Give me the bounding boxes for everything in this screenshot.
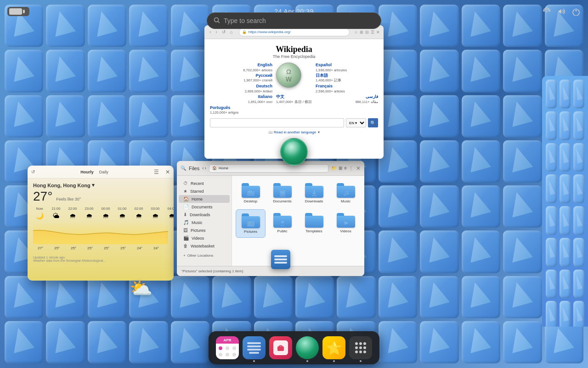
partial-tile [546, 174, 557, 203]
fm-sidebar-music[interactable]: 🎵 Music [179, 218, 230, 226]
weather-close-btn[interactable]: ✕ [165, 169, 170, 175]
documents-icon: 📄 [183, 204, 189, 209]
fm-sidebar-downloads[interactable]: ⬇ Downloads [179, 211, 230, 218]
dock-item-calendar[interactable]: APR [216, 336, 239, 359]
fm-new-folder-btn[interactable]: 📁 [331, 166, 337, 171]
wiki-lang-english[interactable]: English 6,702,000+ articles [210, 63, 272, 72]
dock-item-appgrid[interactable] [349, 336, 372, 359]
dock-item-globe[interactable] [296, 336, 319, 359]
desktop-area: ‹ › ↺ ⌂ 🔒 https://www.wikipedia.org/ ☆ ⊞… [0, 23, 588, 327]
wiki-read-link[interactable]: 📖 Read in another language [268, 130, 316, 134]
fm-item-desktop[interactable]: Desktop [236, 179, 266, 207]
dock-item-software[interactable] [269, 336, 292, 359]
videos-icon: 🎬 [183, 236, 189, 241]
dock-grid-dot [363, 342, 366, 345]
fm-item-videos[interactable]: Videos [331, 209, 361, 238]
fm-search-icon[interactable]: 🔍 [181, 166, 186, 171]
partial-tile [546, 143, 557, 172]
weather-tab-hourly[interactable]: Hourly [80, 170, 94, 174]
dock-cal-dot [219, 353, 222, 356]
fm-sidebar-home-label: Home [192, 197, 203, 201]
search-bar[interactable]: Type to search [207, 12, 381, 29]
weather-content: Hong Kong, Hong Kong ▾ 27° Feels like 30… [28, 178, 174, 254]
weather-footer: Updated 1 minute ago. Weather data from … [28, 254, 174, 264]
weather-hour-23: 23:00 🌧 [83, 207, 96, 219]
wiki-lang-french[interactable]: Français 2,596,000+ articles [316, 84, 378, 93]
fm-mini-icon[interactable] [271, 250, 290, 269]
dock-grid-dot [359, 342, 362, 345]
fm-sidebar-videos[interactable]: 🎬 Videos [179, 234, 230, 242]
weather-chart [33, 221, 168, 244]
fm-url-bar[interactable]: 🏠 Home [209, 164, 328, 172]
fm-sidebar-documents[interactable]: 📄 Documents [179, 203, 230, 211]
fm-sidebar-pictures[interactable]: 🖼 Pictures [179, 226, 230, 234]
partial-tile [546, 206, 557, 235]
weather-refresh-btn[interactable]: ↺ [31, 169, 35, 174]
fm-more-btn[interactable]: ⋮ [349, 166, 353, 171]
fm-back-btn[interactable]: ‹ [202, 166, 204, 171]
fm-sidebar-starred-label: Starred [190, 189, 204, 194]
fm-mini-line-3 [274, 262, 287, 264]
fm-item-documents[interactable]: Documents [267, 179, 297, 207]
partial-tile [546, 270, 557, 299]
wallpaper-tile [545, 321, 583, 363]
fm-sidebar-add[interactable]: + Other Locations [177, 252, 232, 259]
wiki-search-button[interactable]: 🔍 [368, 118, 378, 127]
fm-view-list-btn[interactable]: ≡ [344, 166, 347, 171]
wiki-globe [276, 63, 301, 88]
weather-hour-now: Now 🌙 [33, 207, 46, 219]
wiki-lang-japanese[interactable]: 日本語 1,406,000+ 記事 [316, 73, 378, 83]
partial-tile [546, 80, 557, 109]
fm-files-label: Files [189, 166, 199, 171]
fm-sidebar-wastebasket[interactable]: 🗑 Wastebasket [179, 242, 230, 250]
wallpaper-tile [503, 321, 542, 363]
dock-item-notes[interactable] [243, 336, 266, 359]
fm-item-pictures[interactable]: Pictures [236, 209, 266, 238]
dock-grid-icon [355, 342, 366, 353]
weather-feels-like: Feels like 30° [56, 197, 81, 201]
dock-cal-dot [232, 353, 236, 356]
wallpaper-tile [462, 321, 500, 363]
wiki-lang-farsi[interactable]: فارسی 986,111+ مقاله [316, 94, 378, 104]
wiki-lang-espanol[interactable]: Español 1,936,000+ artículos [316, 63, 378, 72]
dock-grid-dot [359, 346, 362, 349]
fm-sidebar-home[interactable]: 🏠 Home [179, 195, 230, 203]
fm-sidebar-starred[interactable]: ★ Starred [179, 187, 230, 195]
weather-temp-row: 27° Feels like 30° [33, 189, 168, 204]
fm-item-public[interactable]: Public [267, 209, 297, 238]
weather-menu-btn[interactable]: ☰ [154, 169, 159, 175]
dock-item-weather[interactable]: ⭐ [322, 336, 345, 359]
home-icon: 🏠 [183, 196, 189, 201]
fm-item-videos-label: Videos [340, 229, 351, 234]
wallpaper-tile [420, 321, 458, 363]
fm-item-downloads[interactable]: Downloads [299, 179, 329, 207]
fm-item-music[interactable]: Music [331, 179, 361, 207]
fm-item-pictures-label: Pictures [244, 230, 257, 234]
fm-item-templates[interactable]: Templates [299, 209, 329, 238]
dock-notes-line [247, 345, 261, 347]
wiki-lang-chinese[interactable]: 中文 1,407,000+ 条目 / 條目 [276, 94, 312, 104]
wiki-lang-portuguese[interactable]: Português 1,120,000+ artigos [210, 105, 272, 115]
weather-tab-daily[interactable]: Daily [99, 170, 108, 174]
fm-folder-videos [337, 213, 355, 228]
wiki-lang-italian[interactable]: Italiano 1,851,000+ voci [210, 94, 272, 104]
fm-status-bar: "Pictures" selected (containing 1 item) [177, 266, 364, 276]
wiki-bottom-links: 📖 Read in another language ▾ [268, 130, 320, 134]
weather-location-arrow: ▾ [92, 182, 95, 188]
fm-item-documents-label: Documents [273, 199, 291, 204]
fm-view-btn[interactable]: ⊞ [339, 166, 342, 171]
wiki-lang-deutsch[interactable]: Deutsch 2,899,000+ Artikel [210, 84, 272, 93]
fm-mini-line-1 [274, 255, 287, 257]
downloads-icon: ⬇ [183, 212, 187, 217]
fm-close-btn[interactable]: ✕ [356, 165, 361, 172]
wiki-search-input[interactable] [210, 118, 344, 127]
wiki-lang-russian[interactable]: Русский 1,967,000+ статей [210, 73, 272, 83]
music-icon: 🎵 [183, 220, 189, 225]
fm-add-label: Other Locations [187, 253, 213, 258]
fm-forward-btn[interactable]: › [205, 166, 206, 171]
wiki-lang-select[interactable]: EN ▾ [346, 118, 366, 127]
globe-app-overlay[interactable] [280, 138, 308, 166]
fm-folder-pictures [242, 213, 260, 228]
partial-shapes [542, 76, 588, 327]
fm-sidebar-recent[interactable]: ⏱ Recent [179, 179, 230, 187]
